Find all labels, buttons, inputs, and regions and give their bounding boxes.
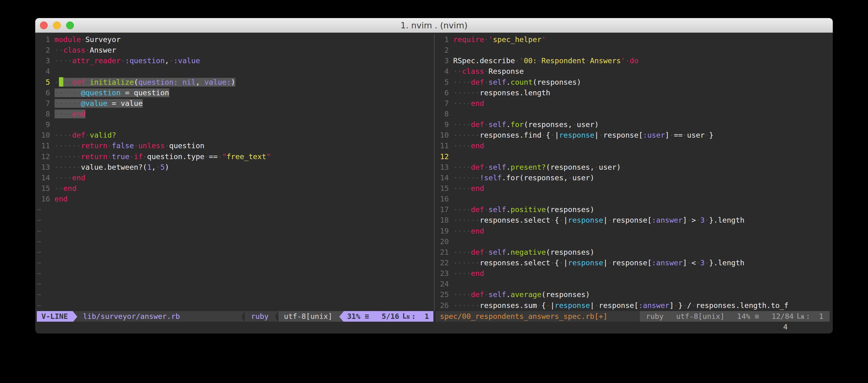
code-token: . bbox=[506, 78, 510, 86]
code-token: (responses,·user) bbox=[524, 120, 599, 129]
zoom-button-icon[interactable] bbox=[66, 22, 74, 29]
code-token: def bbox=[471, 290, 484, 299]
lines-icon: ≡ bbox=[755, 312, 759, 321]
code-line: 15··end bbox=[37, 183, 433, 194]
window-titlebar[interactable]: 1. nvim . (nvim) bbox=[35, 18, 833, 33]
cursor-position-indicator: 31% ≡5/16LN: 1 bbox=[344, 311, 433, 322]
code-token: response bbox=[568, 216, 603, 224]
code-line: 12 bbox=[436, 151, 830, 162]
code-token: · bbox=[86, 131, 90, 139]
code-line: 8 bbox=[436, 109, 830, 119]
code-token: ·}.length bbox=[705, 258, 744, 267]
line-number: 20 bbox=[436, 236, 448, 247]
code-token: average bbox=[511, 290, 541, 299]
code-token: ···· bbox=[453, 248, 471, 256]
code-token: ·question bbox=[165, 141, 204, 150]
code-token: |·response[ bbox=[603, 258, 652, 267]
code-token: · bbox=[484, 78, 489, 86]
code-token: def bbox=[471, 163, 484, 172]
code-line: 14····end bbox=[37, 173, 433, 183]
code-line: 9····def·self.for(responses,·user) bbox=[436, 119, 830, 130]
code-token: ······responses.sum·{·| bbox=[453, 301, 555, 310]
code-token: ···· bbox=[453, 205, 471, 214]
code-token: class bbox=[63, 46, 86, 55]
code-token: · bbox=[484, 290, 489, 299]
line-number: 12 bbox=[37, 151, 50, 162]
code-token: " bbox=[222, 152, 226, 161]
left-statusline: V-LINElib/surveyor/answer.rbrubyutf-8[un… bbox=[37, 311, 433, 322]
code-token: ·Answer bbox=[86, 46, 116, 55]
code-token: ' bbox=[541, 35, 546, 44]
code-token: RSpec.describe· bbox=[453, 56, 520, 65]
code-token: ·Response bbox=[484, 67, 524, 76]
code-token: ······ bbox=[55, 89, 81, 97]
line-number: 4 bbox=[436, 66, 448, 77]
empty-line-tilde: ~ bbox=[37, 269, 41, 278]
left-editor-pane[interactable]: 1module·Surveyor2··class·Answer3····attr… bbox=[37, 34, 433, 322]
code-token: ·· bbox=[55, 46, 63, 55]
code-line: 3····attr_reader·:question,·:value bbox=[37, 56, 433, 66]
line-number: 6 bbox=[436, 88, 448, 98]
code-token: ······responses.select·{·| bbox=[453, 258, 568, 267]
code-token: :answer bbox=[652, 216, 682, 224]
code-token: end bbox=[471, 141, 484, 150]
line-number: 25 bbox=[436, 289, 448, 300]
code-line: 10······responses.find·{·|response|·resp… bbox=[436, 130, 830, 140]
thin-separator-icon bbox=[241, 311, 245, 322]
line-number: 13 bbox=[37, 162, 50, 173]
code-token: ·· bbox=[453, 67, 462, 76]
encoding-indicator: utf-8[unix] bbox=[278, 311, 340, 322]
pane-divider[interactable] bbox=[433, 34, 436, 322]
showcmd-pending-count: 4 bbox=[783, 322, 787, 332]
code-token: ······responses.select·{·| bbox=[453, 216, 568, 224]
code-token: · bbox=[625, 56, 629, 65]
code-line: ~ bbox=[37, 257, 433, 268]
code-token: ' bbox=[621, 56, 625, 65]
minimize-button-icon[interactable] bbox=[53, 22, 61, 29]
right-editor-pane[interactable]: 1require·'spec_helper'23RSpec.describe·'… bbox=[436, 34, 830, 322]
code-line: 11····end bbox=[436, 140, 830, 151]
inactive-statusline-right: rubyutf-8[unix]14% ≡12/84LN: 1 bbox=[640, 311, 830, 322]
line-number: 1 bbox=[436, 34, 448, 45]
code-token: !self bbox=[480, 173, 502, 182]
code-line: 20 bbox=[436, 236, 830, 247]
code-token: self bbox=[489, 163, 506, 172]
lines-icon: ≡ bbox=[365, 312, 369, 321]
code-token: ······responses.length bbox=[453, 89, 550, 97]
code-token: . bbox=[506, 120, 510, 129]
code-line: 24 bbox=[436, 279, 830, 289]
code-token: nil bbox=[182, 78, 195, 86]
close-button-icon[interactable] bbox=[40, 22, 48, 29]
code-token: · bbox=[107, 152, 112, 161]
code-token: 00:·Respondent·Answers bbox=[524, 56, 621, 65]
code-token: |·response[ bbox=[590, 301, 639, 310]
empty-line-tilde: ~ bbox=[37, 301, 41, 310]
code-token: false bbox=[112, 141, 134, 150]
code-token: question: bbox=[138, 78, 178, 86]
code-token: end bbox=[72, 110, 85, 118]
code-token: ······ bbox=[55, 99, 81, 108]
code-line: 7······@value·=·value bbox=[37, 98, 433, 109]
code-token: ···· bbox=[453, 227, 471, 235]
code-token: ······ bbox=[55, 152, 81, 161]
code-token: response bbox=[568, 258, 603, 267]
code-token: 3 bbox=[700, 258, 705, 267]
line-number: 17 bbox=[436, 204, 448, 215]
code-token: · bbox=[107, 141, 112, 150]
code-token: . bbox=[506, 290, 510, 299]
code-token: @value bbox=[81, 99, 107, 108]
code-line: 19····end bbox=[436, 226, 830, 236]
empty-line-tilde: ~ bbox=[37, 205, 41, 214]
code-token: self bbox=[489, 290, 506, 299]
code-line: 23····end bbox=[436, 268, 830, 279]
line-number: 11 bbox=[37, 140, 50, 151]
line-number-glyph-icon: LN bbox=[403, 313, 410, 320]
code-token: spec_helper bbox=[493, 35, 541, 44]
code-line: 16end bbox=[37, 194, 433, 204]
line-number: 9 bbox=[37, 119, 50, 130]
code-line: 13····def·self.present?(responses,·user) bbox=[436, 162, 830, 173]
right-code-lines: 1require·'spec_helper'23RSpec.describe·'… bbox=[436, 34, 830, 311]
code-token: def bbox=[471, 120, 484, 129]
code-token: end bbox=[55, 195, 68, 203]
code-token: |·response[ bbox=[594, 131, 643, 139]
